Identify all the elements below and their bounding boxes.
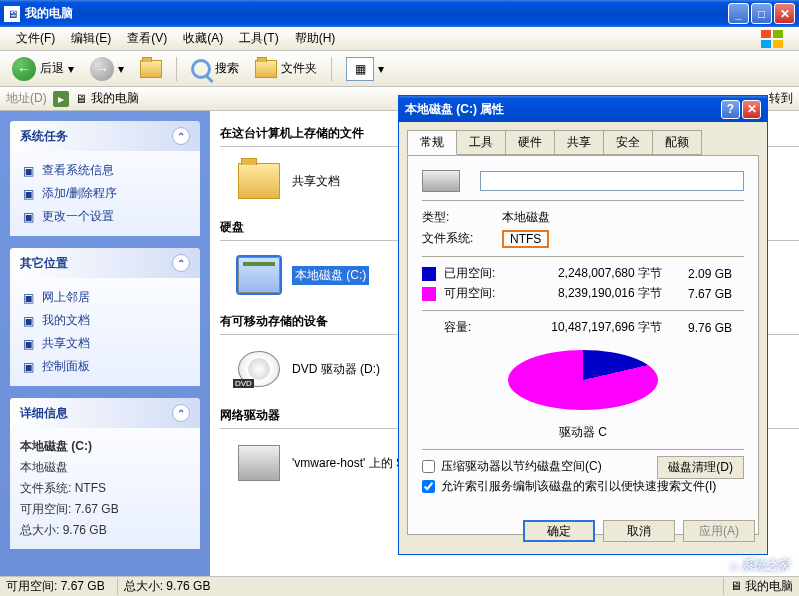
back-icon: ← [12,57,36,81]
svg-rect-3 [773,40,783,48]
address-label: 地址(D) [6,90,47,107]
panel-title: 详细信息 [20,405,68,422]
sidebar: 系统任务 ⌃ ▣查看系统信息 ▣添加/删除程序 ▣更改一个设置 其它位置 ⌃ ▣… [0,111,210,596]
separator [422,256,744,257]
maximize-button[interactable]: □ [751,3,772,24]
panel-title: 其它位置 [20,255,68,272]
chevron-up-icon: ⌃ [172,404,190,422]
menu-favorites[interactable]: 收藏(A) [175,30,231,47]
views-icon: ▦ [346,57,374,81]
tab-page-general: 类型:本地磁盘 文件系统:NTFS 已用空间: 2,248,007,680 字节… [407,155,759,535]
volume-label-input[interactable] [480,171,744,191]
search-label: 搜索 [215,60,239,77]
folders-label: 文件夹 [281,60,317,77]
chevron-up-icon: ⌃ [172,254,190,272]
menu-help[interactable]: 帮助(H) [287,30,344,47]
apply-button[interactable]: 应用(A) [683,520,755,542]
properties-dialog: 本地磁盘 (C:) 属性 ? ✕ 常规 工具 硬件 共享 安全 配额 类型:本地… [398,95,768,555]
panel-header[interactable]: 详细信息 ⌃ [10,398,200,428]
package-icon: ▣ [20,186,36,202]
tab-hardware[interactable]: 硬件 [505,130,555,155]
search-icon [191,59,211,79]
tab-security[interactable]: 安全 [603,130,653,155]
disk-cleanup-button[interactable]: 磁盘清理(D) [657,456,744,479]
detail-name: 本地磁盘 (C:) [20,439,92,453]
compress-checkbox[interactable] [422,460,435,473]
used-bytes: 2,248,007,680 字节 [522,265,662,282]
menu-file[interactable]: 文件(F) [8,30,63,47]
link-shared-docs[interactable]: ▣共享文档 [20,332,190,355]
close-button[interactable]: ✕ [774,3,795,24]
svg-rect-1 [773,30,783,38]
panel-details: 详细信息 ⌃ 本地磁盘 (C:) 本地磁盘 文件系统: NTFS 可用空间: 7… [10,398,200,549]
forward-button[interactable]: → ▾ [84,55,130,83]
tab-tools[interactable]: 工具 [456,130,506,155]
type-label: 类型: [422,209,502,226]
capacity-bytes: 10,487,197,696 字节 [522,319,662,336]
menu-view[interactable]: 查看(V) [119,30,175,47]
panel-header[interactable]: 系统任务 ⌃ [10,121,200,151]
panel-header[interactable]: 其它位置 ⌃ [10,248,200,278]
link-network[interactable]: ▣网上邻居 [20,286,190,309]
dialog-close-button[interactable]: ✕ [742,100,761,119]
tab-sharing[interactable]: 共享 [554,130,604,155]
capacity-label: 容量: [444,319,522,336]
free-gb: 7.67 GB [662,287,732,301]
index-checkbox-label[interactable]: 允许索引服务编制该磁盘的索引以便快速搜索文件(I) [422,478,744,495]
menu-tools[interactable]: 工具(T) [231,30,286,47]
forward-icon: → [90,57,114,81]
link-change-setting[interactable]: ▣更改一个设置 [20,205,190,228]
fs-value: NTFS [502,230,549,248]
window-icon: 🖥 [4,6,20,22]
panel-other-places: 其它位置 ⌃ ▣网上邻居 ▣我的文档 ▣共享文档 ▣控制面板 [10,248,200,386]
detail-fs: 文件系统: NTFS [20,478,190,499]
up-button[interactable] [134,58,168,80]
link-my-docs[interactable]: ▣我的文档 [20,309,190,332]
cancel-button[interactable]: 取消 [603,520,675,542]
type-value: 本地磁盘 [502,209,550,226]
address-location[interactable]: 🖥 我的电脑 [75,90,139,107]
separator [422,310,744,311]
usage-pie-chart [508,350,658,420]
used-color-swatch [422,267,436,281]
menu-edit[interactable]: 编辑(E) [63,30,119,47]
pie-label: 驱动器 C [422,424,744,441]
index-checkbox[interactable] [422,480,435,493]
folder-up-icon [140,60,162,78]
minimize-button[interactable]: _ [728,3,749,24]
views-button[interactable]: ▦ ▾ [340,55,390,83]
hdd-icon [238,257,280,293]
folder-icon: ▣ [20,336,36,352]
help-button[interactable]: ? [721,100,740,119]
menubar: 文件(F) 编辑(E) 查看(V) 收藏(A) 工具(T) 帮助(H) [0,27,799,51]
panel-system-tasks: 系统任务 ⌃ ▣查看系统信息 ▣添加/删除程序 ▣更改一个设置 [10,121,200,236]
dialog-buttons: 确定 取消 应用(A) [523,520,755,542]
folder-icon [238,163,280,199]
tab-general[interactable]: 常规 [407,130,457,155]
used-label: 已用空间: [444,265,522,282]
window-title: 我的电脑 [25,5,728,22]
chevron-down-icon: ▾ [118,62,124,76]
tab-quota[interactable]: 配额 [652,130,702,155]
capacity-gb: 9.76 GB [662,321,732,335]
computer-icon: 🖥 [75,92,87,106]
toolbar-separator [331,57,332,81]
titlebar: 🖥 我的电脑 _ □ ✕ [0,0,799,27]
link-add-remove[interactable]: ▣添加/删除程序 [20,182,190,205]
status-total: 总大小: 9.76 GB [117,578,211,595]
detail-free: 可用空间: 7.67 GB [20,499,190,520]
back-button[interactable]: ← 后退 ▾ [6,55,80,83]
detail-type: 本地磁盘 [20,457,190,478]
ok-button[interactable]: 确定 [523,520,595,542]
toolbar-separator [176,57,177,81]
address-go-icon[interactable]: ▸ [53,91,69,107]
address-text: 我的电脑 [91,90,139,107]
watermark: ⌂ 系统之家 [730,557,789,574]
search-button[interactable]: 搜索 [185,57,245,81]
link-control-panel[interactable]: ▣控制面板 [20,355,190,378]
statusbar: 可用空间: 7.67 GB 总大小: 9.76 GB 🖥 我的电脑 [0,576,799,596]
folder-icon [255,60,277,78]
folders-button[interactable]: 文件夹 [249,58,323,80]
link-system-info[interactable]: ▣查看系统信息 [20,159,190,182]
toolbar: ← 后退 ▾ → ▾ 搜索 文件夹 ▦ ▾ [0,51,799,87]
